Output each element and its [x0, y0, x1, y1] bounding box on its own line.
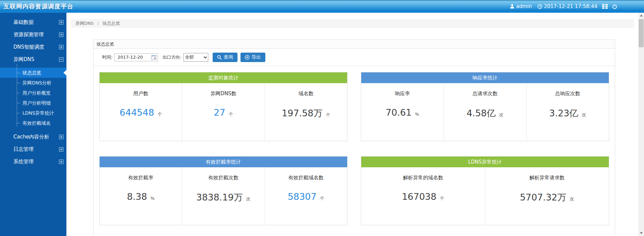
submenu-item-effective-block-domains[interactable]: 有效拦截域名: [0, 118, 66, 128]
submenu-item-status-overview[interactable]: 状态总览: [0, 68, 66, 78]
clock-icon: [537, 4, 542, 9]
submenu-item-label: 状态总览: [22, 70, 41, 75]
stat-label: 域名数: [265, 91, 347, 97]
submenu-item-label: LDNS异常统计: [22, 110, 54, 116]
expand-plus-icon[interactable]: [59, 45, 63, 49]
stat-value-link[interactable]: 644548: [120, 107, 154, 118]
submenu-item-label: 有效拦截域名: [22, 120, 51, 126]
user-icon: [509, 4, 515, 9]
card-header: 响应率统计: [361, 72, 609, 83]
sidebar-item-label: 系统管理: [13, 159, 34, 165]
card-effective-block-rate: 有效拦截率统计 有效拦截率 8.38 % 有效拦截次数 3838.19万 次: [99, 156, 347, 225]
arrow-down-icon: [640, 232, 643, 234]
grid-menu-icon[interactable]: [602, 4, 608, 9]
stat-cards-grid: 监测对象统计 用户数 644548 个 异网DNS数 27 个: [94, 66, 615, 236]
sidebar-item-resource-probe[interactable]: 资源探测管理: [0, 28, 66, 41]
breadcrumb-current: 状态总览: [103, 21, 120, 26]
card-header: 监测对象统计: [100, 72, 347, 83]
submenu-item-label: 异网DNS分析: [22, 80, 51, 85]
stat-value: 4.58亿: [467, 108, 496, 118]
foreign-dns-submenu: 状态总览 异网DNS分析 用户分析概览 用户分析明细 LDNS异常统计 有效拦截…: [0, 66, 66, 128]
stat-unit: 次: [570, 196, 574, 201]
sidebar-item-dns-smart-scheduling[interactable]: DNS智能调度: [0, 41, 66, 53]
sidebar-item-label: Cache内容分析: [13, 134, 49, 140]
card-ldns-exception: LDNS异常统计 解析异常的域名数 167038 个 解析异常请求数 5707.…: [361, 156, 609, 225]
stat-col: 有效拦截域名数 58307 个: [265, 167, 347, 225]
scrollbar-down-button[interactable]: [638, 230, 644, 236]
stat-value-link[interactable]: 58307: [288, 191, 317, 202]
stat-unit: 次: [246, 196, 251, 201]
export-button[interactable]: 导出: [240, 53, 265, 62]
sidebar-item-basic-data[interactable]: 基础数据: [0, 16, 66, 28]
stat-col: 响应率 70.61 %: [361, 83, 443, 141]
status-overview-panel: 状态总览 时间: 出口方向: 全部 查询: [93, 40, 615, 236]
sidebar-item-log-management[interactable]: 日志管理: [0, 143, 66, 156]
stat-value: 3.23亿: [549, 108, 578, 118]
submenu-item-label: 用户分析明细: [22, 100, 51, 106]
sidebar-item-label: DNS智能调度: [13, 44, 44, 50]
sidebar-item-system-management[interactable]: 系统管理: [0, 156, 66, 168]
expand-plus-icon[interactable]: [59, 135, 63, 139]
stat-col: 域名数 197.58万 个: [265, 83, 347, 141]
stat-label: 解析异常请求数: [485, 175, 609, 181]
datetime-label: 2017-12-21 17:58:44: [544, 3, 597, 9]
stat-label: 总响应次数: [527, 91, 609, 97]
stat-col: 解析异常的域名数 167038 个: [361, 167, 485, 225]
expand-plus-icon[interactable]: [59, 160, 63, 164]
collapse-minus-icon[interactable]: [59, 57, 63, 62]
stat-value-link[interactable]: 27: [214, 107, 225, 118]
app-title: 互联网内容资源调度平台: [3, 2, 73, 10]
stat-label: 用户数: [100, 91, 182, 97]
stat-label: 异网DNS数: [182, 91, 264, 97]
submenu-item-foreign-dns-analysis[interactable]: 异网DNS分析: [0, 78, 66, 88]
stat-col: 有效拦截次数 3838.19万 次: [182, 167, 264, 225]
stat-value: 3838.19万: [196, 192, 243, 202]
submenu-item-user-analysis-detail[interactable]: 用户分析明细: [0, 98, 66, 108]
sidebar-item-label: 资源探测管理: [13, 32, 44, 38]
sidebar-item-label: 异网DNS: [13, 56, 34, 62]
breadcrumb-parent[interactable]: 异网DNS: [75, 21, 94, 26]
expand-plus-icon[interactable]: [59, 147, 63, 152]
scrollbar-thumb[interactable]: [639, 19, 644, 47]
stat-unit: 个: [320, 196, 324, 201]
sidebar-item-label: 基础数据: [13, 19, 34, 25]
sidebar-item-cache-content-analysis[interactable]: Cache内容分析: [0, 131, 66, 143]
stat-col: 用户数 644548 个: [100, 83, 182, 141]
stat-unit: 个: [326, 112, 330, 117]
expand-plus-icon[interactable]: [59, 20, 63, 24]
sidebar: 基础数据 资源探测管理 DNS智能调度 异网DNS 状态总览: [0, 13, 66, 236]
stat-col: 异网DNS数 27 个: [182, 83, 264, 141]
filter-bar: 时间: 出口方向: 全部 查询 导出: [94, 49, 615, 66]
stat-col: 总请求次数 4.58亿 次: [443, 83, 526, 141]
breadcrumb: 异网DNS / 状态总览: [70, 19, 634, 28]
card-response-rate: 响应率统计 响应率 70.61 % 总请求次数 4.58亿 次: [361, 72, 609, 141]
vertical-scrollbar: [638, 13, 644, 236]
stat-col: 有效拦截率 8.38 %: [100, 167, 182, 225]
stat-unit: 次: [582, 112, 586, 117]
direction-select[interactable]: 全部: [183, 53, 208, 62]
card-header: 有效拦截率统计: [100, 157, 347, 167]
stat-label: 解析异常的域名数: [361, 175, 485, 181]
search-icon: [217, 55, 222, 60]
stat-value: 8.38: [127, 191, 147, 202]
card-monitor-objects: 监测对象统计 用户数 644548 个 异网DNS数 27 个: [99, 72, 347, 141]
stat-col: 解析异常请求数 5707.32万 次: [485, 167, 609, 225]
submenu-item-label: 用户分析概览: [22, 90, 51, 96]
stat-unit: 个: [229, 112, 233, 117]
query-button[interactable]: 查询: [213, 53, 237, 62]
stat-label: 总请求次数: [444, 91, 526, 97]
calendar-icon[interactable]: [151, 55, 156, 60]
username-label[interactable]: admin: [516, 3, 532, 9]
power-icon[interactable]: [612, 4, 617, 9]
expand-plus-icon[interactable]: [59, 33, 63, 37]
stat-value: 197.58万: [282, 108, 322, 118]
stat-label: 响应率: [361, 91, 443, 97]
breadcrumb-separator: /: [97, 21, 99, 26]
time-label: 时间:: [102, 54, 112, 60]
main-content: 异网DNS / 状态总览 状态总览 时间: 出口方向: 全部 查询: [66, 13, 638, 236]
submenu-item-user-analysis-overview[interactable]: 用户分析概览: [0, 88, 66, 98]
stat-label: 有效拦截次数: [182, 175, 264, 181]
scrollbar-up-button[interactable]: [638, 13, 644, 18]
sidebar-item-foreign-dns[interactable]: 异网DNS: [0, 53, 66, 66]
submenu-item-ldns-exception-stats[interactable]: LDNS异常统计: [0, 108, 66, 118]
